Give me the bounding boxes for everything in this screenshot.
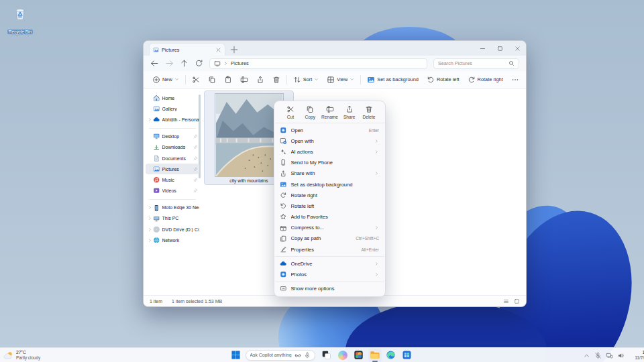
titlebar[interactable]: Pictures [144, 41, 526, 56]
sidebar-item-home[interactable]: Home [146, 93, 199, 103]
sidebar-item-label: This PC [162, 216, 200, 221]
photos-app-taskbar-button[interactable] [352, 349, 366, 362]
view-button[interactable]: View [325, 74, 356, 85]
sidebar-item-pictures[interactable]: Pictures [146, 164, 199, 174]
sidebar-item-moto-edge-30-neo[interactable]: Moto Edge 30 Neo [146, 202, 199, 213]
sidebar-item-videos[interactable]: Videos [146, 186, 199, 196]
file-explorer-taskbar-button[interactable] [368, 349, 382, 362]
menu-item-open-with[interactable]: Open with [274, 135, 385, 146]
rotate-left-label: Rotate left [437, 76, 460, 82]
sidebar-item-this-pc[interactable]: This PC [146, 213, 199, 224]
menu-item-shortcut: Enter [369, 128, 379, 133]
copy-button[interactable] [206, 74, 218, 85]
paste-button[interactable] [222, 74, 234, 85]
address-bar[interactable]: Pictures [209, 58, 427, 69]
more-options-button[interactable] [509, 74, 521, 85]
context-quick-rename-button[interactable]: Rename [321, 105, 339, 119]
show-hidden-icons-chevron[interactable] [583, 352, 590, 359]
share-icon [345, 105, 354, 113]
edge-taskbar-button[interactable] [384, 349, 398, 362]
menu-item-label: Set as desktop background [291, 182, 380, 188]
maximize-button[interactable] [491, 41, 508, 56]
menu-item-show-more-options[interactable]: Show more options [274, 284, 385, 294]
sidebar-item-documents[interactable]: Documents [146, 153, 199, 164]
quick-action-label: Rename [321, 115, 338, 119]
menu-item-label: Open with [291, 138, 371, 144]
menu-item-onedrive[interactable]: OneDrive [274, 258, 385, 269]
weather-widget[interactable]: 27°C Partly cloudy [3, 348, 40, 362]
sidebar-item-dvd-drive-d-ccc[interactable]: DVD Drive (D:) CCC [146, 224, 199, 235]
sidebar-item-abhijith-personal[interactable]: Abhijith - Personal [146, 114, 199, 125]
network-icon[interactable] [606, 352, 613, 359]
menu-item-rotate-left[interactable]: Rotate left [274, 200, 385, 211]
cut-button[interactable] [190, 74, 202, 85]
list-view-toggle[interactable] [503, 298, 509, 304]
rename-button[interactable] [238, 74, 250, 85]
sidebar-item-music[interactable]: Music [146, 174, 199, 185]
sort-button[interactable]: Sort [291, 74, 321, 85]
search-icon [508, 60, 515, 66]
dvd-icon [153, 226, 160, 233]
menu-item-compress-to-[interactable]: Compress to... [274, 223, 385, 233]
start-button[interactable] [231, 350, 241, 360]
menu-item-properties[interactable]: PropertiesAlt+Enter [274, 244, 385, 255]
up-button[interactable] [180, 59, 189, 68]
copilot-search-input[interactable]: Ask Copilot anything [246, 350, 315, 361]
recycle-bin-desktop-icon[interactable]: Recycle Bin [5, 5, 35, 36]
menu-item-add-to-favorites[interactable]: Add to Favorites [274, 212, 385, 223]
rotate-left-button[interactable]: Rotate left [425, 74, 462, 85]
menu-item-send-to-my-phone[interactable]: Send to My Phone [274, 158, 385, 168]
volume-icon[interactable] [617, 352, 625, 359]
minimize-button[interactable] [474, 41, 491, 56]
context-quick-delete-button[interactable]: Delete [360, 105, 378, 119]
tab-close-icon[interactable] [215, 47, 221, 53]
rotate-right-button[interactable]: Rotate right [466, 74, 505, 85]
mic-muted-icon[interactable] [594, 352, 602, 359]
rotate-left-icon [427, 76, 435, 84]
large-thumbnails-toggle[interactable] [514, 298, 520, 304]
set-as-background-button[interactable]: Set as background [365, 74, 421, 85]
microsoft-store-taskbar-button[interactable] [400, 349, 414, 362]
delete-button[interactable] [270, 74, 282, 85]
microphone-icon[interactable] [304, 352, 311, 359]
pin-icon [193, 167, 198, 172]
menu-item-rotate-right[interactable]: Rotate right [274, 190, 385, 200]
context-quick-copy-button[interactable]: Copy [301, 105, 319, 119]
share-button[interactable] [254, 74, 266, 85]
clock[interactable]: 10:21 11/7/2025 [631, 350, 644, 361]
sidebar-item-desktop[interactable]: Desktop [146, 131, 199, 142]
menu-item-photos[interactable]: Photos [274, 269, 385, 280]
menu-divider [275, 123, 384, 123]
new-tab-button[interactable] [229, 45, 239, 54]
menu-item-ai-actions[interactable]: AI actions [274, 146, 385, 157]
sidebar-item-label: Downloads [162, 145, 194, 149]
menu-item-share-with[interactable]: Share with [274, 168, 385, 179]
tab-pictures[interactable]: Pictures [149, 43, 225, 56]
file-name: city with mountains [229, 178, 268, 183]
sidebar-item-downloads[interactable]: Downloads [146, 142, 199, 153]
sidebar-item-gallery[interactable]: Gallery [146, 103, 199, 114]
forward-button[interactable] [165, 59, 174, 68]
menu-item-label: Compress to... [291, 225, 371, 231]
context-quick-share-button[interactable]: Share [340, 105, 359, 119]
details-pane-button[interactable]: Details [525, 74, 527, 85]
menu-item-set-as-desktop-background[interactable]: Set as desktop background [274, 179, 385, 190]
copilot-taskbar-button[interactable] [336, 349, 350, 362]
context-quick-cut-button[interactable]: Cut [281, 105, 300, 119]
thispc-icon [153, 215, 160, 223]
cut-icon [286, 105, 294, 113]
quick-action-label: Copy [305, 115, 315, 119]
close-button[interactable] [508, 41, 526, 56]
search-input[interactable]: Search Pictures [433, 58, 519, 69]
search-placeholder: Search Pictures [438, 60, 508, 66]
menu-item-open[interactable]: OpenEnter [274, 125, 385, 135]
breadcrumb[interactable]: Pictures [231, 60, 249, 66]
sidebar-item-network[interactable]: Network [146, 235, 199, 245]
menu-item-copy-as-path[interactable]: Copy as pathCtrl+Shift+C [274, 233, 385, 244]
back-button[interactable] [150, 59, 159, 68]
refresh-button[interactable] [195, 59, 203, 68]
rotate-right-icon [468, 76, 476, 84]
new-button[interactable]: New [150, 74, 181, 85]
copilot-vision-glasses-icon[interactable] [294, 352, 301, 359]
task-view-taskbar-button[interactable] [320, 349, 333, 362]
